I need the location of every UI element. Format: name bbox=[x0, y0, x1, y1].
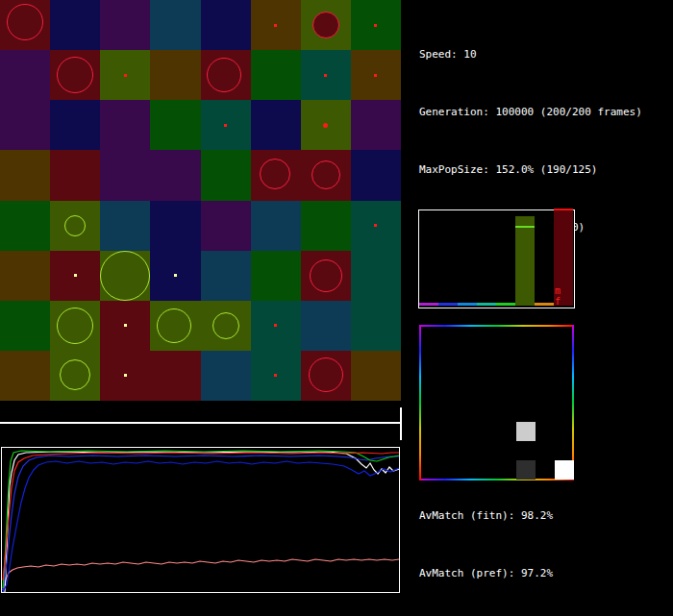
world-cell[interactable] bbox=[0, 301, 50, 351]
world-cell[interactable] bbox=[251, 50, 301, 100]
world-cell[interactable] bbox=[150, 301, 200, 351]
world-cell[interactable] bbox=[301, 0, 351, 50]
white-series bbox=[5, 452, 399, 592]
stats-panel: Speed: 10 Generation: 100000 (200/200 fr… bbox=[419, 7, 642, 616]
species-hue-segment bbox=[477, 303, 496, 306]
world-cell[interactable] bbox=[351, 50, 401, 100]
world-cell[interactable] bbox=[150, 201, 200, 251]
population-bar-marker bbox=[515, 226, 535, 228]
male-female-label: m f bbox=[555, 285, 574, 307]
world-cell[interactable] bbox=[201, 251, 251, 301]
world-cell[interactable] bbox=[50, 301, 100, 351]
world-cell[interactable] bbox=[251, 150, 301, 200]
blue-lower-series bbox=[3, 461, 399, 592]
world-cell[interactable] bbox=[351, 0, 401, 50]
world-cell[interactable] bbox=[251, 351, 301, 401]
world-cell[interactable] bbox=[0, 251, 50, 301]
stat-line-maxpopsize: MaxPopSize: 152.0% (190/125) bbox=[419, 160, 642, 180]
population-histogram-panel: m f bbox=[418, 209, 575, 308]
world-cell[interactable] bbox=[301, 201, 351, 251]
stat-line-avmatch-fitn: AvMatch (fitn): 98.2% bbox=[419, 506, 642, 526]
matrix-hue-border-right bbox=[572, 325, 574, 480]
world-cell[interactable] bbox=[201, 50, 251, 100]
world-cell[interactable] bbox=[50, 251, 100, 301]
world-cell[interactable] bbox=[351, 201, 401, 251]
world-cell[interactable] bbox=[201, 150, 251, 200]
world-cell[interactable] bbox=[201, 351, 251, 401]
world-cell[interactable] bbox=[201, 100, 251, 150]
world-cell[interactable] bbox=[100, 50, 150, 100]
world-cell[interactable] bbox=[301, 351, 351, 401]
world-cell[interactable] bbox=[100, 150, 150, 200]
world-cell[interactable] bbox=[301, 301, 351, 351]
world-cell[interactable] bbox=[251, 301, 301, 351]
world-cell[interactable] bbox=[150, 351, 200, 401]
world-grid[interactable] bbox=[0, 0, 401, 401]
world-cell[interactable] bbox=[150, 50, 200, 100]
matrix-hue-border-top bbox=[419, 325, 574, 327]
green-series bbox=[3, 451, 399, 588]
world-cell[interactable] bbox=[100, 100, 150, 150]
world-cell[interactable] bbox=[100, 301, 150, 351]
world-cell[interactable] bbox=[251, 100, 301, 150]
population-bar bbox=[515, 216, 535, 306]
world-cell[interactable] bbox=[251, 251, 301, 301]
blue-upper-series bbox=[3, 456, 399, 592]
world-cell[interactable] bbox=[100, 0, 150, 50]
simulation-window: Speed: 10 Generation: 100000 (200/200 fr… bbox=[0, 0, 673, 616]
stat-line-generation: Generation: 100000 (200/200 frames) bbox=[419, 103, 642, 122]
world-cell[interactable] bbox=[50, 50, 100, 100]
world-cell[interactable] bbox=[150, 100, 200, 150]
match-matrix-cell bbox=[555, 460, 574, 480]
stat-line-speed: Speed: 10 bbox=[419, 45, 642, 64]
world-cell[interactable] bbox=[0, 100, 50, 150]
world-cell[interactable] bbox=[50, 100, 100, 150]
frame-progress-bar[interactable] bbox=[0, 422, 400, 424]
world-cell[interactable] bbox=[351, 251, 401, 301]
world-cell[interactable] bbox=[351, 301, 401, 351]
world-cell[interactable] bbox=[0, 0, 50, 50]
matrix-hue-border-bottom bbox=[419, 479, 574, 480]
world-cell[interactable] bbox=[301, 50, 351, 100]
world-cell[interactable] bbox=[100, 351, 150, 401]
match-matrix-cell bbox=[516, 422, 536, 441]
species-hue-segment bbox=[535, 303, 554, 306]
matrix-hue-border-left bbox=[419, 325, 421, 480]
population-bar-marker bbox=[554, 209, 573, 210]
species-hue-segment bbox=[496, 303, 515, 306]
world-cell[interactable] bbox=[351, 150, 401, 200]
species-hue-segment bbox=[419, 303, 438, 306]
world-cell[interactable] bbox=[100, 251, 150, 301]
world-cell[interactable] bbox=[150, 0, 200, 50]
history-chart-svg bbox=[2, 448, 399, 592]
world-cell[interactable] bbox=[201, 0, 251, 50]
match-matrix-panel bbox=[419, 325, 574, 480]
world-cell[interactable] bbox=[351, 351, 401, 401]
world-cell[interactable] bbox=[201, 201, 251, 251]
world-cell[interactable] bbox=[251, 201, 301, 251]
world-cell[interactable] bbox=[201, 301, 251, 351]
world-cell[interactable] bbox=[50, 201, 100, 251]
pink-low-series bbox=[3, 559, 399, 590]
world-cell[interactable] bbox=[351, 100, 401, 150]
frame-progress-handle[interactable] bbox=[400, 407, 402, 440]
stat-line-avmatch-pref: AvMatch (pref): 97.2% bbox=[419, 564, 642, 583]
species-hue-segment bbox=[438, 303, 458, 306]
species-hue-segment bbox=[458, 303, 477, 306]
history-chart-panel bbox=[1, 447, 400, 593]
world-cell[interactable] bbox=[50, 0, 100, 50]
world-cell[interactable] bbox=[251, 0, 301, 50]
world-cell[interactable] bbox=[50, 150, 100, 200]
world-cell[interactable] bbox=[0, 351, 50, 401]
world-cell[interactable] bbox=[301, 251, 351, 301]
world-cell[interactable] bbox=[100, 201, 150, 251]
world-cell[interactable] bbox=[150, 251, 200, 301]
world-cell[interactable] bbox=[150, 150, 200, 200]
match-matrix-cell bbox=[516, 460, 536, 480]
world-cell[interactable] bbox=[301, 100, 351, 150]
world-cell[interactable] bbox=[0, 201, 50, 251]
world-cell[interactable] bbox=[0, 50, 50, 100]
world-cell[interactable] bbox=[301, 150, 351, 200]
world-cell[interactable] bbox=[50, 351, 100, 401]
world-cell[interactable] bbox=[0, 150, 50, 200]
